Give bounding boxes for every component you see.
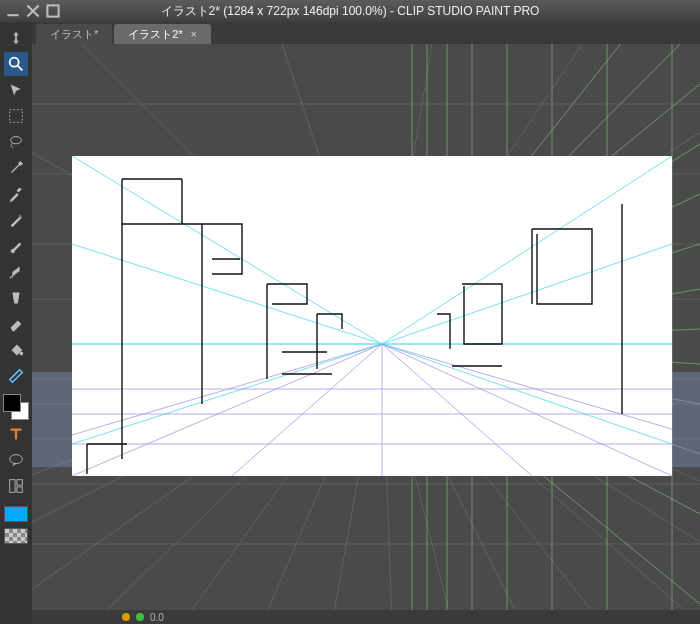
maximise-icon[interactable]	[46, 4, 60, 18]
svg-point-6	[12, 276, 14, 278]
lasso-tool-icon[interactable]	[4, 130, 28, 154]
svg-rect-10	[17, 480, 22, 485]
minimise-icon[interactable]	[6, 4, 20, 18]
titlebar: イラスト2* (1284 x 722px 146dpi 100.0%) - CL…	[0, 0, 700, 22]
svg-rect-11	[17, 487, 22, 492]
canvas-viewport[interactable]	[32, 44, 700, 624]
brush-tool-icon[interactable]	[4, 234, 28, 258]
eyedropper-tool-icon[interactable]	[4, 182, 28, 206]
svg-rect-4	[17, 187, 22, 192]
document-tab[interactable]: イラスト*	[36, 24, 112, 44]
fg-color-swatch[interactable]	[3, 394, 21, 412]
document-tab-active[interactable]: イラスト2*×	[114, 24, 210, 44]
canvas-content	[32, 44, 700, 624]
svg-point-1	[10, 58, 19, 67]
tab-label: イラスト2*	[128, 27, 182, 42]
airbrush-tool-icon[interactable]	[4, 260, 28, 284]
balloon-tool-icon[interactable]	[4, 448, 28, 472]
pen-tool-icon[interactable]	[4, 208, 28, 232]
main-area: イラスト* イラスト2*×	[32, 22, 700, 624]
window-controls	[6, 4, 60, 18]
zoom-tool-icon[interactable]	[4, 52, 28, 76]
blend-tool-icon[interactable]	[4, 286, 28, 310]
svg-point-5	[10, 277, 12, 279]
close-tab-icon[interactable]: ×	[191, 29, 197, 40]
svg-rect-66	[72, 156, 672, 476]
status-value: 0.0	[150, 612, 164, 623]
ruler-tool-icon[interactable]	[4, 364, 28, 388]
svg-rect-9	[10, 480, 15, 493]
text-tool-icon[interactable]	[4, 422, 28, 446]
svg-rect-0	[47, 5, 58, 16]
transparent-color[interactable]	[4, 528, 28, 544]
window-title: イラスト2* (1284 x 722px 146dpi 100.0%) - CL…	[0, 3, 700, 20]
svg-point-8	[10, 455, 23, 464]
svg-point-7	[20, 352, 24, 356]
color-swatches[interactable]	[3, 394, 29, 420]
tab-label: イラスト*	[50, 27, 98, 42]
tool-palette	[0, 22, 32, 624]
svg-rect-2	[10, 110, 23, 123]
status-led-green-icon	[136, 613, 144, 621]
frame-tool-icon[interactable]	[4, 474, 28, 498]
close-icon[interactable]	[26, 4, 40, 18]
object-tool-icon[interactable]	[4, 78, 28, 102]
status-led-orange-icon	[122, 613, 130, 621]
eraser-tool-icon[interactable]	[4, 312, 28, 336]
move-dot-icon[interactable]	[4, 26, 28, 50]
document-tabs: イラスト* イラスト2*×	[32, 22, 700, 44]
current-color[interactable]	[4, 506, 28, 522]
status-bar: 0.0	[32, 610, 700, 624]
fill-tool-icon[interactable]	[4, 338, 28, 362]
marquee-tool-icon[interactable]	[4, 104, 28, 128]
wand-tool-icon[interactable]	[4, 156, 28, 180]
